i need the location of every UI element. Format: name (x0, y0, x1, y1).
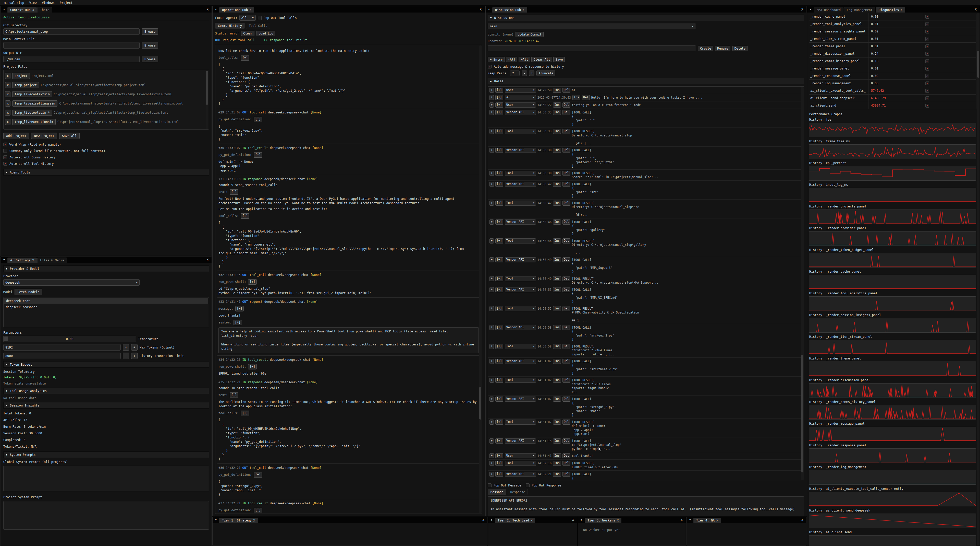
tab-diagnostics[interactable]: DiagnosticsX (876, 7, 905, 13)
output-browse-button[interactable]: Browse (142, 56, 158, 62)
history-clear-all-button[interactable]: Clear All (531, 57, 552, 62)
tab-close-icon[interactable]: X (253, 519, 255, 522)
close-icon[interactable]: X (479, 517, 487, 523)
close-icon[interactable]: X (204, 257, 212, 263)
max-tokens-minus-button[interactable]: - (123, 344, 129, 351)
add-entry-button[interactable]: + (490, 344, 494, 349)
project-prompt-textarea[interactable] (3, 501, 209, 530)
file-name-button[interactable]: project (12, 73, 30, 79)
tab-context-hub[interactable]: Context HubX (7, 7, 37, 13)
system-prompts-section-header[interactable]: ▼ System Prompts (3, 452, 209, 458)
tab-discussion-hub[interactable]: Discussion HubX (492, 7, 527, 13)
expand-entry-button[interactable]: [+] (495, 306, 503, 311)
expand-button[interactable]: [+] (230, 393, 239, 398)
checkbox[interactable]: ✓ (3, 155, 7, 159)
remove-file-button[interactable]: x (5, 110, 11, 116)
insert-button[interactable]: Ins (553, 182, 561, 187)
delete-entry-button[interactable]: Del (563, 306, 570, 311)
delete-entry-button[interactable]: Del (563, 325, 570, 330)
tab-close-icon[interactable]: X (523, 8, 525, 12)
insert-button[interactable]: Ins (553, 420, 561, 425)
checkbox[interactable] (3, 149, 7, 153)
delete-entry-button[interactable]: Del (563, 182, 570, 187)
role-select[interactable]: Vendor API▼ (505, 148, 536, 153)
file-name-button[interactable]: temp_project (12, 82, 39, 88)
tab-files-media[interactable]: Files & Media (37, 257, 67, 263)
message-error-box[interactable]: [DEEPSEEK API ERROR] An assistant messag… (488, 497, 804, 516)
insert-button[interactable]: Ins (553, 88, 561, 93)
tab-close-icon[interactable]: X (32, 8, 34, 12)
expand-button[interactable]: [+] (254, 508, 262, 513)
add-entry-button[interactable]: + (490, 378, 494, 383)
expand-entry-button[interactable]: [+] (495, 238, 503, 243)
remove-file-button[interactable]: x (5, 101, 11, 107)
panel-collapse-icon[interactable]: ▼ (213, 6, 219, 13)
delete-entry-button[interactable]: Del (563, 129, 570, 134)
insert-button[interactable]: Ins (553, 238, 561, 243)
delete-entry-button[interactable]: Del (563, 344, 570, 349)
file-name-button[interactable]: temp_liveexecutionsim (12, 119, 56, 125)
max-tokens-input[interactable]: 8192 (3, 344, 121, 351)
auto-add-checkbox[interactable]: ✓ (488, 65, 492, 69)
timing-checkbox[interactable]: ✓ (925, 15, 929, 19)
add-entry-button[interactable]: + (490, 201, 494, 206)
provider-select[interactable]: deepseek ▼ (3, 279, 140, 286)
insert-button[interactable]: Ins (553, 472, 561, 477)
close-icon[interactable]: X (204, 6, 212, 13)
delete-entry-button[interactable]: Del (563, 171, 570, 176)
expand-entry-button[interactable]: [+] (495, 359, 503, 364)
delete-entry-button[interactable]: Del (563, 438, 570, 444)
tab-theme[interactable]: Theme (37, 7, 52, 13)
tab-tier-4[interactable]: Tier 4: QAX (694, 518, 721, 523)
delete-entry-button[interactable]: Del (563, 420, 570, 425)
timing-checkbox[interactable]: ✓ (925, 45, 929, 48)
delete-entry-button[interactable]: Del (563, 257, 570, 262)
insert-button[interactable]: Ins (553, 453, 561, 458)
insert-button[interactable]: Ins (553, 438, 561, 444)
close-icon[interactable]: X (798, 517, 806, 523)
history-trunc-input[interactable]: 8000 (3, 353, 121, 359)
insert-button[interactable]: Ins (553, 257, 561, 262)
expand-entry-button[interactable]: [+] (495, 378, 503, 383)
slider-grab[interactable] (4, 337, 8, 342)
file-name-button[interactable]: temp_liveaisettingssim (12, 101, 57, 107)
timing-checkbox[interactable]: ✓ (925, 89, 929, 93)
history--entry-button[interactable]: + Entry (488, 57, 505, 62)
role-select[interactable]: Vendor API▼ (505, 287, 536, 292)
rename-button[interactable]: Rename (715, 46, 730, 51)
timing-checkbox[interactable]: ✓ (925, 96, 929, 100)
role-select[interactable]: Vendor API▼ (505, 396, 536, 402)
update-commit-button[interactable]: Update Commit (515, 32, 544, 37)
new-project-button[interactable]: New Project (31, 133, 57, 139)
delete-entry-button[interactable]: Del (563, 472, 570, 477)
tab-mma-dashboard[interactable]: MMA Dashboard (814, 7, 843, 13)
delete-entry-button[interactable]: Del (563, 88, 570, 93)
expand-entry-button[interactable]: [+] (495, 472, 503, 477)
timing-checkbox[interactable]: ✓ (925, 59, 929, 63)
expand-button[interactable]: [+] (230, 189, 239, 195)
menu-item-project[interactable]: Project (57, 1, 75, 5)
tab-close-icon[interactable]: X (901, 8, 903, 12)
insert-button[interactable]: Ins (553, 287, 561, 292)
role-select[interactable]: Tool▼ (505, 238, 536, 243)
expand-entry-button[interactable]: [+] (495, 88, 503, 93)
expand-button[interactable]: [+] (234, 320, 242, 325)
tab-close-icon[interactable]: X (250, 8, 251, 12)
model-listbox[interactable]: deepseek-chatdeepseek-reasoner (3, 297, 209, 327)
expand-button[interactable]: [+] (254, 117, 262, 122)
add-entry-button[interactable]: + (490, 287, 494, 292)
tab-operations-hub[interactable]: Operations HubX (219, 7, 254, 13)
insert-button[interactable]: Ins (553, 110, 561, 115)
expand-button[interactable]: [+] (235, 306, 244, 311)
role-select[interactable]: Vendor API▼ (505, 325, 536, 330)
history-trunc-minus-button[interactable]: - (123, 353, 129, 359)
insert-button[interactable]: Ins (553, 102, 561, 108)
insert-button[interactable]: Ins (553, 148, 561, 153)
timing-checkbox[interactable]: ✓ (925, 104, 929, 108)
close-icon[interactable]: X (678, 517, 686, 523)
role-select[interactable]: Vendor API▼ (505, 438, 536, 444)
timing-checkbox[interactable]: ✓ (925, 30, 929, 34)
role-select[interactable]: AI▼ (505, 95, 536, 100)
role-select[interactable]: Tool▼ (505, 129, 536, 134)
expand-entry-button[interactable]: [+] (495, 396, 503, 402)
